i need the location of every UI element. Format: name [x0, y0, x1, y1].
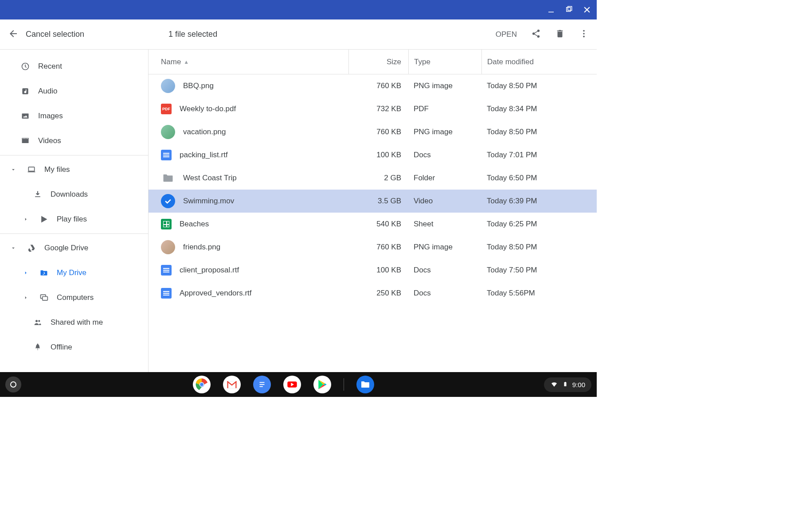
file-type: Docs: [408, 151, 481, 159]
file-row[interactable]: Approved_vendors.rtf250 KBDocsToday 5:56…: [149, 282, 597, 305]
battery-icon: [563, 380, 568, 389]
svg-rect-29: [259, 384, 264, 385]
sidebar-item-videos[interactable]: Videos: [0, 128, 148, 153]
drive-folder-icon: [39, 268, 49, 277]
sidebar-item-shared[interactable]: Shared with me: [0, 310, 148, 335]
file-row[interactable]: West Coast Trip2 GBFolderToday 6:50 PM: [149, 167, 597, 190]
chevron-right-icon: [20, 216, 31, 222]
shelf-divider: [344, 378, 344, 391]
gmail-app-icon[interactable]: [223, 376, 241, 393]
file-row[interactable]: packing_list.rtf100 KBDocsToday 7:01 PM: [149, 144, 597, 167]
column-header-type[interactable]: Type: [408, 50, 481, 74]
cancel-selection-button[interactable]: Cancel selection: [26, 30, 84, 39]
close-button[interactable]: [583, 5, 591, 14]
file-size: 760 KB: [348, 243, 408, 252]
file-name: Beaches: [180, 220, 209, 229]
chevron-right-icon: [20, 270, 31, 276]
sidebar: Recent Audio Images Videos My files Down…: [0, 50, 149, 372]
open-button[interactable]: OPEN: [496, 30, 517, 39]
sidebar-item-label: Images: [38, 112, 63, 120]
sidebar-item-myfiles[interactable]: My files: [0, 157, 148, 182]
toolbar: Cancel selection 1 file selected OPEN: [0, 19, 597, 50]
maximize-button[interactable]: [565, 6, 573, 14]
divider: [0, 155, 148, 155]
sidebar-item-label: My files: [44, 165, 70, 174]
column-header-size[interactable]: Size: [348, 50, 408, 74]
sort-ascending-icon: ▲: [184, 59, 189, 65]
svg-rect-0: [548, 12, 554, 13]
svg-rect-10: [22, 113, 29, 119]
file-type: PNG image: [408, 243, 481, 252]
sidebar-item-playfiles[interactable]: Play files: [0, 207, 148, 232]
clock-icon: [20, 62, 30, 71]
file-name: BBQ.png: [183, 82, 214, 90]
file-size: 760 KB: [348, 128, 408, 136]
column-header-date[interactable]: Date modified: [481, 50, 597, 74]
sidebar-item-googledrive[interactable]: Google Drive: [0, 236, 148, 260]
svg-rect-30: [259, 386, 262, 387]
svg-rect-11: [22, 139, 29, 143]
file-row[interactable]: vacation.png760 KBPNG imageToday 8:50 PM: [149, 120, 597, 144]
wifi-icon: [550, 380, 558, 389]
column-header-name[interactable]: Name ▲: [149, 58, 348, 66]
sidebar-item-label: Audio: [38, 87, 57, 96]
launcher-button[interactable]: [5, 377, 21, 392]
file-date: Today 8:34 PM: [481, 105, 597, 113]
file-row[interactable]: Beaches540 KBSheetToday 6:25 PM: [149, 213, 597, 236]
minimize-button[interactable]: [547, 6, 555, 14]
file-type: Docs: [408, 289, 481, 298]
svg-rect-16: [27, 138, 28, 139]
sidebar-item-label: Offline: [51, 343, 72, 352]
sidebar-item-images[interactable]: Images: [0, 104, 148, 128]
youtube-app-icon[interactable]: [283, 376, 301, 393]
file-type: Folder: [408, 174, 481, 183]
file-row[interactable]: friends.png760 KBPNG imageToday 8:50 PM: [149, 236, 597, 259]
svg-point-3: [583, 30, 585, 31]
file-name: Approved_vendors.rtf: [180, 289, 252, 298]
svg-rect-13: [23, 138, 23, 139]
selection-count-label: 1 file selected: [168, 30, 217, 39]
chrome-app-icon[interactable]: [193, 376, 211, 393]
svg-rect-15: [26, 138, 27, 139]
file-name: Swimming.mov: [183, 197, 234, 206]
play-icon: [39, 215, 49, 224]
file-row[interactable]: BBQ.png760 KBPNG imageToday 8:50 PM: [149, 74, 597, 97]
svg-point-23: [38, 320, 40, 322]
file-type: Docs: [408, 266, 481, 275]
docs-icon: [161, 265, 172, 276]
check-icon: [161, 194, 175, 208]
sidebar-item-offline[interactable]: Offline: [0, 335, 148, 360]
chevron-right-icon: [20, 295, 31, 301]
files-app-icon[interactable]: [356, 376, 374, 393]
file-type: Video: [408, 197, 481, 206]
file-row[interactable]: PDFWeekly to-do.pdf732 KBPDFToday 8:34 P…: [149, 97, 597, 120]
file-date: Today 8:50 PM: [481, 82, 597, 90]
docs-app-icon[interactable]: [253, 376, 271, 393]
playstore-app-icon[interactable]: [313, 376, 331, 393]
image-thumbnail-icon: [161, 240, 175, 254]
sidebar-item-audio[interactable]: Audio: [0, 79, 148, 104]
svg-rect-28: [259, 382, 264, 383]
sidebar-item-downloads[interactable]: Downloads: [0, 182, 148, 207]
sidebar-item-recent[interactable]: Recent: [0, 54, 148, 79]
file-date: Today 6:39 PM: [481, 197, 597, 206]
status-tray[interactable]: 9:00: [544, 377, 591, 392]
share-icon[interactable]: [531, 29, 541, 40]
image-icon: [20, 112, 30, 120]
file-name: vacation.png: [183, 128, 226, 136]
sidebar-item-computers[interactable]: Computers: [0, 285, 148, 310]
file-type: PNG image: [408, 128, 481, 136]
sidebar-item-label: Downloads: [51, 190, 88, 199]
svg-point-26: [200, 383, 204, 387]
sidebar-item-mydrive[interactable]: My Drive: [0, 260, 148, 285]
file-row[interactable]: client_proposal.rtf100 KBDocsToday 7:50 …: [149, 259, 597, 282]
file-date: Today 7:50 PM: [481, 266, 597, 275]
back-arrow-icon[interactable]: [8, 28, 19, 41]
delete-icon[interactable]: [555, 29, 565, 40]
file-date: Today 6:50 PM: [481, 174, 597, 183]
file-row[interactable]: Swimming.mov3.5 GBVideoToday 6:39 PM: [149, 190, 597, 213]
more-options-icon[interactable]: [579, 29, 589, 40]
file-size: 2 GB: [348, 174, 408, 183]
sidebar-item-label: Computers: [57, 293, 94, 302]
video-icon: [20, 136, 30, 145]
